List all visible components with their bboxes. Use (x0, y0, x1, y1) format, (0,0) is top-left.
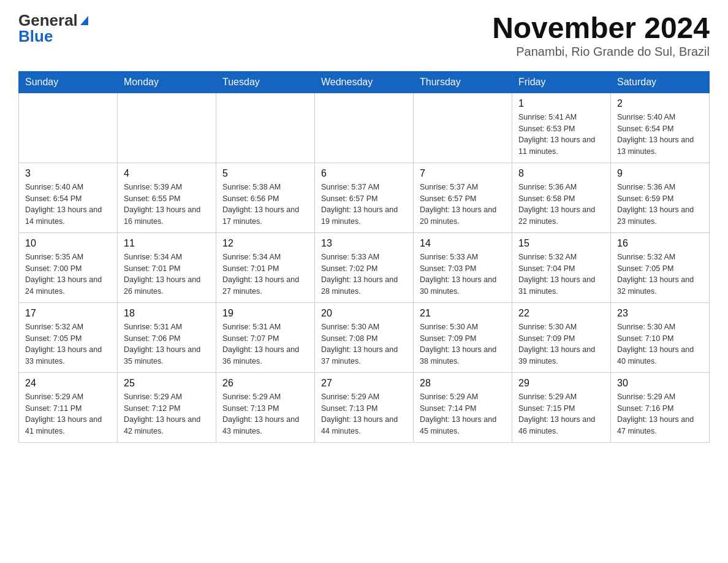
day-number: 19 (222, 308, 308, 319)
calendar-cell: 17Sunrise: 5:32 AMSunset: 7:05 PMDayligh… (19, 302, 118, 372)
day-info: Sunrise: 5:40 AMSunset: 6:54 PMDaylight:… (25, 182, 111, 228)
header-friday: Friday (512, 71, 611, 93)
header-wednesday: Wednesday (315, 71, 414, 93)
calendar-cell: 29Sunrise: 5:29 AMSunset: 7:15 PMDayligh… (512, 372, 611, 442)
calendar-header-row: Sunday Monday Tuesday Wednesday Thursday… (19, 71, 710, 93)
logo: General Blue (18, 12, 88, 44)
day-number: 7 (420, 168, 506, 179)
logo-triangle-icon (80, 16, 88, 25)
logo-general-text: General (18, 12, 78, 28)
calendar-cell: 8Sunrise: 5:36 AMSunset: 6:58 PMDaylight… (512, 163, 611, 232)
header-monday: Monday (118, 71, 216, 93)
day-info: Sunrise: 5:30 AMSunset: 7:08 PMDaylight:… (321, 321, 407, 367)
day-number: 26 (222, 378, 308, 389)
calendar-cell: 28Sunrise: 5:29 AMSunset: 7:14 PMDayligh… (414, 372, 512, 442)
day-number: 25 (124, 378, 210, 389)
day-number: 16 (617, 238, 703, 249)
calendar-week-row: 1Sunrise: 5:41 AMSunset: 6:53 PMDaylight… (19, 93, 710, 163)
header-saturday: Saturday (611, 71, 710, 93)
day-info: Sunrise: 5:32 AMSunset: 7:04 PMDaylight:… (518, 251, 604, 297)
calendar-cell (414, 93, 512, 163)
calendar-week-row: 10Sunrise: 5:35 AMSunset: 7:00 PMDayligh… (19, 232, 710, 302)
calendar-cell (19, 93, 118, 163)
day-number: 17 (25, 308, 111, 319)
header-tuesday: Tuesday (216, 71, 315, 93)
day-number: 3 (25, 168, 111, 179)
day-number: 10 (25, 238, 111, 249)
day-info: Sunrise: 5:29 AMSunset: 7:13 PMDaylight:… (321, 391, 407, 437)
day-number: 13 (321, 238, 407, 249)
calendar-cell: 25Sunrise: 5:29 AMSunset: 7:12 PMDayligh… (118, 372, 216, 442)
calendar-week-row: 24Sunrise: 5:29 AMSunset: 7:11 PMDayligh… (19, 372, 710, 442)
day-number: 9 (617, 168, 703, 179)
calendar-cell: 1Sunrise: 5:41 AMSunset: 6:53 PMDaylight… (512, 93, 611, 163)
day-info: Sunrise: 5:33 AMSunset: 7:02 PMDaylight:… (321, 251, 407, 297)
calendar-cell: 18Sunrise: 5:31 AMSunset: 7:06 PMDayligh… (118, 302, 216, 372)
day-info: Sunrise: 5:32 AMSunset: 7:05 PMDaylight:… (617, 251, 703, 297)
day-number: 24 (25, 378, 111, 389)
calendar-cell: 3Sunrise: 5:40 AMSunset: 6:54 PMDaylight… (19, 163, 118, 232)
calendar-cell: 22Sunrise: 5:30 AMSunset: 7:09 PMDayligh… (512, 302, 611, 372)
day-number: 22 (518, 308, 604, 319)
calendar-cell: 23Sunrise: 5:30 AMSunset: 7:10 PMDayligh… (611, 302, 710, 372)
calendar-cell: 4Sunrise: 5:39 AMSunset: 6:55 PMDaylight… (118, 163, 216, 232)
calendar-cell: 15Sunrise: 5:32 AMSunset: 7:04 PMDayligh… (512, 232, 611, 302)
day-info: Sunrise: 5:32 AMSunset: 7:05 PMDaylight:… (25, 321, 111, 367)
calendar-cell: 2Sunrise: 5:40 AMSunset: 6:54 PMDaylight… (611, 93, 710, 163)
day-info: Sunrise: 5:33 AMSunset: 7:03 PMDaylight:… (420, 251, 506, 297)
day-number: 20 (321, 308, 407, 319)
day-number: 1 (518, 98, 604, 109)
logo-blue-text: Blue (18, 28, 53, 44)
day-info: Sunrise: 5:29 AMSunset: 7:14 PMDaylight:… (420, 391, 506, 437)
calendar-cell: 30Sunrise: 5:29 AMSunset: 7:16 PMDayligh… (611, 372, 710, 442)
day-info: Sunrise: 5:30 AMSunset: 7:09 PMDaylight:… (518, 321, 604, 367)
calendar-cell: 19Sunrise: 5:31 AMSunset: 7:07 PMDayligh… (216, 302, 315, 372)
calendar-cell: 16Sunrise: 5:32 AMSunset: 7:05 PMDayligh… (611, 232, 710, 302)
calendar-table: Sunday Monday Tuesday Wednesday Thursday… (18, 71, 710, 443)
calendar-cell: 5Sunrise: 5:38 AMSunset: 6:56 PMDaylight… (216, 163, 315, 232)
calendar-cell: 21Sunrise: 5:30 AMSunset: 7:09 PMDayligh… (414, 302, 512, 372)
calendar-week-row: 17Sunrise: 5:32 AMSunset: 7:05 PMDayligh… (19, 302, 710, 372)
day-info: Sunrise: 5:29 AMSunset: 7:13 PMDaylight:… (222, 391, 308, 437)
calendar-cell: 9Sunrise: 5:36 AMSunset: 6:59 PMDaylight… (611, 163, 710, 232)
day-info: Sunrise: 5:36 AMSunset: 6:59 PMDaylight:… (617, 182, 703, 228)
calendar-cell (315, 93, 414, 163)
day-number: 23 (617, 308, 703, 319)
day-number: 30 (617, 378, 703, 389)
calendar-cell: 24Sunrise: 5:29 AMSunset: 7:11 PMDayligh… (19, 372, 118, 442)
title-block: November 2024 Panambi, Rio Grande do Sul… (492, 12, 710, 59)
calendar-cell: 26Sunrise: 5:29 AMSunset: 7:13 PMDayligh… (216, 372, 315, 442)
day-info: Sunrise: 5:30 AMSunset: 7:10 PMDaylight:… (617, 321, 703, 367)
day-info: Sunrise: 5:36 AMSunset: 6:58 PMDaylight:… (518, 182, 604, 228)
calendar-cell: 14Sunrise: 5:33 AMSunset: 7:03 PMDayligh… (414, 232, 512, 302)
day-number: 12 (222, 238, 308, 249)
day-info: Sunrise: 5:40 AMSunset: 6:54 PMDaylight:… (617, 112, 703, 158)
day-number: 4 (124, 168, 210, 179)
day-info: Sunrise: 5:39 AMSunset: 6:55 PMDaylight:… (124, 182, 210, 228)
calendar-cell: 20Sunrise: 5:30 AMSunset: 7:08 PMDayligh… (315, 302, 414, 372)
day-info: Sunrise: 5:34 AMSunset: 7:01 PMDaylight:… (124, 251, 210, 297)
calendar-cell: 12Sunrise: 5:34 AMSunset: 7:01 PMDayligh… (216, 232, 315, 302)
day-info: Sunrise: 5:37 AMSunset: 6:57 PMDaylight:… (420, 182, 506, 228)
day-info: Sunrise: 5:34 AMSunset: 7:01 PMDaylight:… (222, 251, 308, 297)
day-number: 8 (518, 168, 604, 179)
day-number: 2 (617, 98, 703, 109)
page-header: General Blue November 2024 Panambi, Rio … (18, 12, 710, 59)
day-number: 6 (321, 168, 407, 179)
calendar-cell: 11Sunrise: 5:34 AMSunset: 7:01 PMDayligh… (118, 232, 216, 302)
day-info: Sunrise: 5:31 AMSunset: 7:07 PMDaylight:… (222, 321, 308, 367)
day-number: 11 (124, 238, 210, 249)
calendar-cell: 6Sunrise: 5:37 AMSunset: 6:57 PMDaylight… (315, 163, 414, 232)
day-info: Sunrise: 5:30 AMSunset: 7:09 PMDaylight:… (420, 321, 506, 367)
day-info: Sunrise: 5:38 AMSunset: 6:56 PMDaylight:… (222, 182, 308, 228)
location-text: Panambi, Rio Grande do Sul, Brazil (492, 45, 710, 59)
header-sunday: Sunday (19, 71, 118, 93)
day-info: Sunrise: 5:29 AMSunset: 7:15 PMDaylight:… (518, 391, 604, 437)
day-number: 27 (321, 378, 407, 389)
calendar-cell: 7Sunrise: 5:37 AMSunset: 6:57 PMDaylight… (414, 163, 512, 232)
calendar-cell (118, 93, 216, 163)
day-info: Sunrise: 5:29 AMSunset: 7:11 PMDaylight:… (25, 391, 111, 437)
header-thursday: Thursday (414, 71, 512, 93)
calendar-week-row: 3Sunrise: 5:40 AMSunset: 6:54 PMDaylight… (19, 163, 710, 232)
calendar-cell: 13Sunrise: 5:33 AMSunset: 7:02 PMDayligh… (315, 232, 414, 302)
